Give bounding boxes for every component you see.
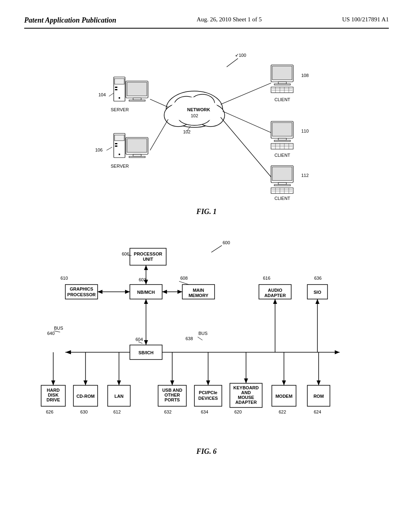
ref-604: 604 — [136, 337, 143, 342]
svg-rect-27 — [127, 139, 147, 152]
server1-label: SERVER — [111, 107, 129, 112]
svg-rect-19 — [129, 100, 145, 101]
fig6-section: 600 PROCESSOR UNIT 606 NB/MCH 602 — [24, 232, 389, 464]
svg-rect-35 — [271, 87, 293, 93]
ref-624: 624 — [314, 409, 321, 414]
svg-rect-55 — [278, 183, 286, 185]
svg-text:ADAPTER: ADAPTER — [235, 400, 257, 405]
ref-106: 106 — [95, 148, 102, 152]
svg-text:MEMORY: MEMORY — [188, 293, 209, 298]
client3-label: CLIENT — [274, 196, 290, 201]
network-cloud: NETWORK 102 — [164, 91, 225, 127]
client-108 — [271, 65, 293, 93]
server2-label: SERVER — [111, 164, 129, 168]
svg-text:SIO: SIO — [314, 290, 321, 295]
ref-616: 616 — [263, 276, 270, 281]
svg-rect-54 — [272, 167, 292, 181]
svg-line-30 — [106, 147, 112, 150]
ref-108: 108 — [301, 73, 309, 78]
svg-marker-84 — [125, 290, 130, 294]
svg-text:PORTS: PORTS — [165, 397, 180, 402]
ref-640: 640 — [47, 331, 54, 336]
svg-rect-12 — [115, 79, 124, 84]
publication-title: Patent Application Publication — [24, 16, 116, 25]
svg-rect-14 — [115, 87, 117, 88]
sheet-info: Aug. 26, 2010 Sheet 1 of 5 — [196, 16, 262, 23]
svg-line-93 — [54, 331, 60, 332]
page-header: Patent Application Publication Aug. 26, … — [24, 16, 389, 29]
fig1-diagram: 100 ↙ NETWORK 102 10 — [24, 37, 389, 206]
svg-text:CD-ROM: CD-ROM — [76, 394, 94, 399]
svg-rect-56 — [274, 185, 290, 186]
client-110 — [271, 121, 293, 149]
svg-marker-98 — [335, 350, 340, 354]
svg-rect-17 — [127, 82, 147, 96]
svg-text:ADAPTER: ADAPTER — [264, 293, 286, 298]
svg-line-0 — [227, 58, 238, 67]
svg-marker-128 — [244, 378, 248, 383]
ref-110: 110 — [301, 129, 309, 133]
svg-text:PCI/PCIe: PCI/PCIe — [199, 390, 217, 395]
svg-marker-72 — [144, 265, 148, 270]
svg-rect-44 — [278, 138, 286, 140]
svg-text:GRAPHICS: GRAPHICS — [70, 287, 93, 291]
svg-line-96 — [198, 337, 202, 340]
ref-636: 636 — [314, 276, 321, 281]
svg-marker-110 — [83, 380, 88, 385]
svg-marker-79 — [177, 290, 182, 294]
svg-line-69 — [211, 245, 222, 252]
svg-marker-91 — [144, 299, 148, 304]
ref-104: 104 — [98, 92, 106, 97]
client-112 — [271, 166, 293, 193]
svg-text:DISK: DISK — [48, 393, 58, 397]
processor-unit-text2: UNIT — [143, 257, 153, 262]
ref-612: 612 — [113, 409, 121, 414]
fig1-section: 100 ↙ NETWORK 102 10 — [24, 37, 389, 224]
svg-rect-29 — [129, 156, 145, 158]
svg-text:PROCESSOR: PROCESSOR — [67, 292, 96, 297]
svg-text:SB/ICH: SB/ICH — [138, 350, 153, 355]
svg-marker-78 — [162, 290, 167, 294]
svg-text:LAN: LAN — [115, 394, 124, 399]
ref-608: 608 — [180, 276, 188, 281]
svg-marker-95 — [65, 350, 71, 354]
svg-rect-32 — [272, 66, 292, 80]
svg-text:↙: ↙ — [235, 52, 239, 57]
page: Patent Application Publication Aug. 26, … — [0, 0, 413, 532]
svg-point-13 — [119, 97, 120, 99]
svg-rect-25 — [115, 145, 117, 147]
svg-text:OTHER: OTHER — [165, 393, 180, 397]
ref-634: 634 — [201, 409, 208, 414]
svg-text:HARD: HARD — [47, 388, 60, 393]
server-104 — [114, 77, 148, 101]
svg-text:AND: AND — [241, 390, 251, 395]
svg-rect-34 — [274, 84, 290, 85]
svg-text:DEVICES: DEVICES — [198, 396, 218, 401]
nb-mch-text: NB/MCH — [137, 290, 155, 295]
svg-rect-18 — [133, 98, 141, 100]
svg-rect-15 — [115, 89, 117, 90]
ref-620: 620 — [234, 409, 242, 414]
svg-text:KEYBOARD: KEYBOARD — [234, 385, 259, 390]
svg-rect-24 — [115, 143, 117, 144]
server-106 — [114, 133, 148, 158]
svg-marker-83 — [98, 290, 102, 294]
svg-rect-33 — [278, 82, 286, 84]
svg-marker-100 — [273, 299, 277, 304]
bus-label-640: BUS — [54, 326, 63, 330]
ref-112: 112 — [301, 173, 309, 178]
ref-622: 622 — [279, 409, 286, 414]
svg-text:USB AND: USB AND — [162, 388, 182, 393]
svg-rect-45 — [274, 140, 290, 141]
svg-line-20 — [109, 93, 114, 96]
svg-text:ROM: ROM — [313, 394, 324, 399]
fig1-label: FIG. 1 — [196, 208, 217, 216]
ref-632: 632 — [164, 409, 171, 414]
svg-line-66 — [221, 83, 271, 104]
svg-text:MOUSE: MOUSE — [238, 395, 254, 400]
fig6-diagram: 600 PROCESSOR UNIT 606 NB/MCH 602 — [24, 232, 389, 446]
svg-rect-46 — [271, 143, 293, 149]
svg-marker-73 — [144, 280, 148, 285]
svg-rect-57 — [271, 188, 293, 193]
svg-rect-43 — [272, 123, 292, 136]
